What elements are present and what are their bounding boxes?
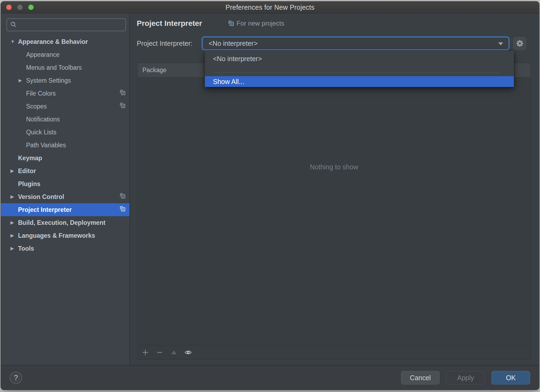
sidebar-item-notifications[interactable]: Notifications (1, 113, 129, 126)
minimize-button[interactable] (17, 5, 23, 10)
copy-icon (119, 193, 126, 201)
copy-icon (119, 102, 126, 110)
sidebar-item-appearance-behavior[interactable]: ▼ Appearance & Behavior (1, 35, 129, 48)
minus-icon (156, 349, 163, 356)
sidebar-item-file-colors[interactable]: File Colors (1, 87, 129, 100)
settings-tree: ▼ Appearance & Behavior Appearance Menus… (1, 35, 129, 255)
help-icon: ? (14, 374, 18, 382)
sidebar-item-label: Menus and Toolbars (26, 64, 82, 71)
chevron-right-icon[interactable]: ▶ (10, 233, 18, 238)
chevron-right-icon[interactable]: ▶ (10, 195, 18, 199)
sidebar-item-label: Quick Lists (26, 129, 56, 136)
dialog-footer: ? Cancel Apply OK (1, 365, 539, 390)
scope-indicator: For new projects (228, 20, 284, 27)
sidebar-item-tools[interactable]: ▶ Tools (1, 242, 129, 255)
apply-button[interactable]: Apply (446, 371, 485, 384)
sidebar-item-menus-toolbars[interactable]: Menus and Toolbars (1, 61, 129, 74)
empty-table-message: Nothing to show (138, 163, 531, 171)
chevron-right-icon[interactable]: ▶ (10, 169, 18, 173)
sidebar-item-appearance[interactable]: Appearance (1, 48, 129, 61)
settings-sidebar: ▼ Appearance & Behavior Appearance Menus… (1, 13, 130, 365)
sidebar-item-plugins[interactable]: Plugins (1, 177, 129, 190)
chevron-right-icon[interactable]: ▶ (10, 246, 18, 251)
chevron-down-icon[interactable]: ▼ (10, 40, 18, 44)
sidebar-item-label: Languages & Frameworks (18, 232, 95, 239)
sidebar-item-label: Keymap (18, 155, 42, 162)
help-button[interactable]: ? (10, 372, 22, 384)
copy-icon (228, 20, 234, 27)
gear-icon (516, 39, 524, 47)
sidebar-item-languages-frameworks[interactable]: ▶ Languages & Frameworks (1, 229, 129, 242)
chevron-right-icon[interactable]: ▶ (19, 78, 26, 83)
sidebar-item-build-execution-deployment[interactable]: ▶ Build, Execution, Deployment (1, 216, 129, 229)
remove-package-button[interactable] (156, 349, 163, 356)
sidebar-item-scopes[interactable]: Scopes (1, 100, 129, 113)
search-field[interactable] (6, 18, 126, 31)
settings-content: Project Interpreter For new projects Pro… (130, 13, 539, 365)
sidebar-item-label: Tools (18, 245, 34, 252)
dropdown-option-no-interpreter[interactable]: <No interpreter> (205, 51, 514, 66)
sidebar-item-editor[interactable]: ▶ Editor (1, 164, 129, 177)
show-early-releases-button[interactable] (185, 349, 192, 356)
sidebar-item-version-control[interactable]: ▶ Version Control (1, 190, 129, 203)
interpreter-label: Project Interpreter: (137, 40, 202, 47)
copy-icon (119, 206, 126, 214)
package-column-label: Package (142, 66, 167, 74)
dropdown-option-show-all[interactable]: Show All... (205, 76, 514, 87)
sidebar-item-system-settings[interactable]: ▶ System Settings (1, 74, 129, 87)
close-button[interactable] (6, 5, 12, 10)
sidebar-item-label: Build, Execution, Deployment (18, 219, 106, 226)
add-package-button[interactable] (142, 349, 149, 356)
search-icon (10, 21, 18, 29)
sidebar-item-label: Path Variables (26, 142, 66, 149)
dropdown-separator (212, 72, 499, 73)
plus-icon (142, 349, 149, 356)
sidebar-item-label: Notifications (26, 116, 60, 123)
sidebar-item-label: File Colors (26, 90, 56, 97)
sidebar-item-label: Project Interpreter (18, 206, 72, 214)
chevron-right-icon[interactable]: ▶ (10, 220, 18, 225)
title-bar: Preferences for New Projects (1, 1, 539, 13)
upgrade-package-button[interactable] (170, 349, 177, 356)
interpreter-settings-button[interactable] (513, 37, 526, 50)
sidebar-item-project-interpreter[interactable]: Project Interpreter (1, 203, 129, 216)
traffic-lights (6, 1, 34, 13)
search-input[interactable] (20, 21, 123, 29)
sidebar-item-label: Plugins (18, 180, 40, 188)
sidebar-item-quick-lists[interactable]: Quick Lists (1, 126, 129, 139)
copy-icon (119, 89, 126, 97)
packages-toolbar (138, 345, 531, 359)
zoom-button[interactable] (28, 5, 34, 10)
sidebar-item-label: Version Control (18, 193, 64, 201)
interpreter-dropdown[interactable]: <No interpreter> (202, 37, 509, 50)
sidebar-item-label: Scopes (26, 103, 47, 110)
sidebar-item-label: Editor (18, 167, 36, 175)
sidebar-item-label: Appearance & Behavior (18, 38, 88, 46)
sidebar-item-path-variables[interactable]: Path Variables (1, 139, 129, 152)
window-title: Preferences for New Projects (226, 4, 315, 11)
interpreter-value: <No interpreter> (203, 40, 258, 47)
eye-icon (185, 348, 192, 356)
sidebar-item-keymap[interactable]: Keymap (1, 152, 129, 164)
sidebar-item-label: Appearance (26, 51, 59, 58)
up-arrow-icon (170, 349, 177, 356)
scope-label: For new projects (237, 20, 284, 27)
interpreter-dropdown-popup: <No interpreter> Show All... (205, 51, 514, 87)
cancel-button[interactable]: Cancel (401, 371, 440, 384)
page-title: Project Interpreter (137, 19, 202, 28)
sidebar-item-label: System Settings (26, 77, 71, 84)
ok-button[interactable]: OK (492, 371, 530, 384)
packages-table: Package Nothing to show (137, 63, 531, 359)
preferences-window: Preferences for New Projects ▼ Appearanc… (1, 1, 539, 390)
chevron-down-icon (498, 42, 503, 45)
